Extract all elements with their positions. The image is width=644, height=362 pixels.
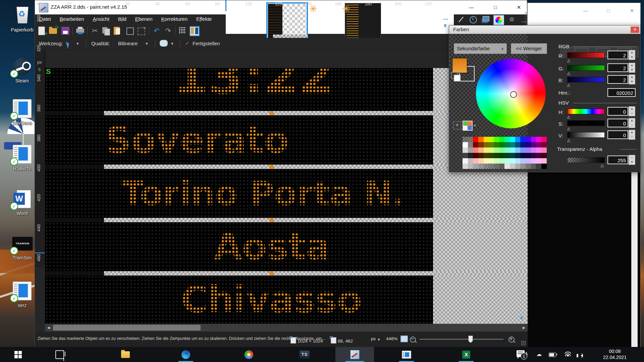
palette-swatch[interactable] (499, 137, 505, 142)
alpha-spinner[interactable]: ▲▼ (629, 155, 635, 165)
s-slider-thumb[interactable]: △ (567, 126, 570, 131)
palette-swatch[interactable] (510, 153, 515, 158)
palette-swatch[interactable] (526, 137, 531, 142)
scroll-left-icon[interactable]: ◄ (45, 324, 52, 331)
palette-swatch[interactable] (526, 153, 531, 158)
close-icon[interactable]: ✕ (627, 7, 637, 14)
volume-icon[interactable] (581, 353, 583, 359)
color-wheel-selector[interactable] (510, 91, 517, 98)
quality-caret-icon[interactable]: ▼ (145, 42, 149, 46)
palette-swatch[interactable] (484, 142, 489, 147)
alpha-slider-thumb[interactable]: △ (601, 163, 603, 168)
onedrive-cloud-icon[interactable]: ☁ (536, 351, 542, 357)
palette-swatch[interactable] (531, 137, 536, 142)
palette-swatch[interactable] (484, 153, 489, 158)
palette-swatch[interactable] (468, 142, 473, 147)
palette-swatch[interactable] (510, 164, 515, 169)
palette-swatch[interactable] (473, 142, 478, 147)
zoom-out-icon[interactable] (410, 337, 416, 344)
finish-check-icon[interactable]: ✓ (185, 40, 190, 46)
h-slider[interactable] (567, 109, 605, 114)
palette-swatch[interactable] (489, 158, 494, 164)
palette-swatch[interactable] (504, 137, 510, 142)
s-value-input[interactable]: 0 (607, 119, 628, 127)
palette-swatch[interactable] (473, 147, 478, 153)
palette-menu-icon[interactable] (463, 121, 473, 131)
finish-button[interactable]: Fertigstellen (193, 41, 220, 46)
menu-korrekturen[interactable]: Korrekturen (157, 14, 192, 23)
palette-swatch[interactable] (531, 142, 536, 147)
palette-swatch[interactable] (531, 158, 536, 164)
palette-swatch[interactable] (541, 142, 547, 147)
minimize-icon[interactable]: — (466, 3, 477, 12)
palette-swatch[interactable] (510, 158, 515, 164)
palette-swatch[interactable] (468, 164, 473, 169)
layers-toggle-icon[interactable] (481, 15, 491, 24)
palette-swatch[interactable] (473, 158, 478, 164)
palette-swatch[interactable] (499, 147, 505, 153)
zoom-slider-thumb[interactable] (468, 336, 473, 343)
selection-style-icon[interactable] (160, 40, 168, 47)
g-value-input[interactable]: 2 (607, 63, 628, 72)
print-button[interactable] (75, 26, 85, 36)
resize-grip[interactable] (521, 341, 526, 346)
colors-panel-close-icon[interactable]: ✕ (631, 26, 639, 33)
palette-swatch[interactable] (510, 142, 515, 147)
palette-swatch[interactable] (489, 153, 494, 158)
palette-swatch[interactable] (463, 137, 468, 142)
palette-swatch[interactable] (504, 164, 510, 169)
menu-ebenen[interactable]: Ebenen (131, 14, 157, 23)
palette-swatch[interactable] (494, 153, 499, 158)
palette-swatch[interactable] (515, 142, 521, 147)
palette-swatch[interactable] (494, 158, 499, 164)
color-target-dropdown[interactable]: Sekundärfarbe ∨ (454, 43, 507, 54)
save-button[interactable] (60, 26, 70, 36)
g-spinner[interactable]: ▲▼ (629, 63, 635, 73)
taskbar-excel[interactable]: X (456, 347, 476, 362)
b-spinner[interactable]: ▲▼ (629, 74, 635, 84)
r-slider[interactable] (567, 52, 605, 58)
open-file-button[interactable]: ↷ (48, 26, 58, 36)
hex-input[interactable]: 020202 (607, 88, 636, 97)
g-slider-thumb[interactable]: △ (567, 71, 570, 75)
horizontal-scrollbar[interactable]: ◄ ► (45, 324, 528, 331)
add-color-button[interactable]: + (453, 121, 461, 129)
cut-button[interactable]: ✂ (90, 26, 100, 36)
palette-swatch[interactable] (473, 153, 478, 158)
palette-swatch[interactable] (504, 153, 510, 158)
tools-toggle-icon[interactable] (456, 15, 466, 24)
palette-swatch[interactable] (468, 147, 473, 153)
palette-caret-icon[interactable]: ▾ (474, 123, 476, 128)
palette-swatch[interactable] (541, 137, 547, 142)
palette-swatch[interactable] (531, 153, 536, 158)
palette-swatch[interactable] (478, 158, 484, 164)
deselect-button[interactable] (136, 26, 146, 36)
palette-swatch[interactable] (541, 164, 547, 169)
palette-swatch[interactable] (484, 164, 489, 169)
palette-swatch[interactable] (489, 147, 494, 153)
palette-swatch[interactable] (531, 147, 536, 153)
colors-toggle-icon[interactable] (493, 15, 504, 25)
palette-swatch[interactable] (536, 158, 541, 164)
palette-swatch[interactable] (520, 158, 526, 164)
palette-swatch[interactable] (520, 137, 526, 142)
palette-swatch[interactable] (526, 158, 531, 164)
palette-swatch[interactable] (515, 164, 521, 169)
menu-bearbeiten[interactable]: Bearbeiten (55, 14, 89, 23)
palette-swatch[interactable] (473, 164, 478, 169)
taskbar-edge[interactable] (176, 347, 196, 362)
palette-swatch[interactable] (478, 142, 484, 147)
palette-swatch[interactable] (515, 158, 521, 164)
colors-panel-titlebar[interactable]: Farben (449, 25, 640, 34)
h-value-input[interactable]: 0 (607, 107, 628, 116)
settings-gear-icon[interactable]: ⚙ (507, 15, 517, 24)
alpha-value-input[interactable]: 255 (607, 156, 628, 164)
palette-swatch[interactable] (536, 142, 541, 147)
secondary-color-swatch[interactable] (452, 58, 467, 73)
unit-dropdown[interactable]: px ▲ (371, 336, 381, 341)
less-button[interactable]: << Weniger (511, 43, 547, 54)
tool-dropdown-caret-icon[interactable]: ▼ (76, 42, 79, 46)
maximize-icon[interactable]: □ (490, 3, 501, 12)
palette-swatch[interactable] (478, 164, 484, 169)
b-slider-thumb[interactable]: △ (567, 83, 570, 87)
